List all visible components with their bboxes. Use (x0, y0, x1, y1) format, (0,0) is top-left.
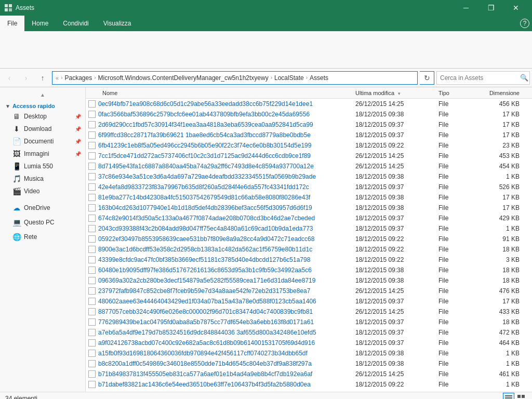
file-icon (88, 193, 96, 202)
table-row[interactable]: 7762989439be1ac04795fd0aba8a5b7875cc77df… (86, 317, 532, 327)
search-icon: 🔍 (520, 74, 528, 82)
path-localstate[interactable]: LocalState (274, 74, 304, 82)
pin-icon-download: 📌 (75, 126, 81, 132)
table-row[interactable]: 42e4efa8d9833723f83a79967b635d8f260a5d28… (86, 182, 532, 192)
table-row[interactable]: 6fb41239c1eb8f5a05ed496cc2945b6b05e90f22… (86, 140, 532, 151)
col-header-size[interactable]: Dimensione (478, 90, 530, 96)
forward-button[interactable]: › (19, 71, 33, 85)
file-modified: 26/12/2015 14:25 (353, 287, 436, 295)
sidebar-item-desktop[interactable]: 🖥 Desktop 📌 (0, 110, 85, 123)
sidebar-item-musica[interactable]: 🎵 Musica (0, 172, 85, 185)
table-row[interactable]: 05922ef30497b8553958639caee531bb7f809e8a… (86, 234, 532, 244)
table-row[interactable]: 2d69d290cc1fbd57c30914f34f1eea3aa4818a3e… (86, 119, 532, 130)
path-assets[interactable]: Assets (310, 74, 328, 82)
maximize-button[interactable]: ❐ (479, 0, 503, 16)
file-size: 18 KB (478, 277, 530, 284)
sidebar-item-lumia[interactable]: 📱 Lumia 550 (0, 160, 85, 172)
back-button[interactable]: ‹ (2, 71, 17, 85)
file-icon (88, 183, 96, 191)
sidebar-item-documenti[interactable]: 📄 Documenti 📌 (0, 135, 85, 148)
svg-rect-9 (522, 395, 525, 398)
sidebar-video-label: Video (24, 188, 39, 195)
table-row[interactable]: 8877057cebb324c490f6e026e8c000002f96d701… (86, 307, 532, 317)
table-row[interactable]: 8d71495e43fa1c6887a8840aa45ba74a29a2ff6c… (86, 161, 532, 171)
status-count: 34 elementi (5, 395, 37, 400)
table-row[interactable]: b71dabef83821ac1436c6e54eed36510be63ff7e… (86, 379, 532, 390)
tab-condividi[interactable]: Condividi (56, 16, 96, 31)
details-view-button[interactable] (503, 393, 514, 400)
music-icon: 🎵 (12, 175, 21, 183)
path-packages[interactable]: Packages (64, 74, 92, 82)
table-row[interactable]: 0ec9f4bfb71ea908c68d6c05d1c29abe56a33eed… (86, 99, 532, 109)
large-icons-view-button[interactable] (515, 393, 527, 400)
table-row[interactable]: 0fac3566baf536896c2579bcfc6ee01ab4437809… (86, 109, 532, 119)
file-type: File (436, 329, 478, 336)
sidebar-item-video[interactable]: 🎬 Video (0, 185, 85, 197)
file-list-container: Nome Ultima modifica ▼ Tipo Dimensione 0… (86, 87, 532, 392)
file-icon (88, 318, 96, 326)
sidebar-item-onedrive[interactable]: ☁ OneDrive (0, 202, 85, 214)
col-header-name[interactable]: Nome (98, 90, 353, 96)
file-icon (88, 328, 96, 337)
sidebar-item-immagini[interactable]: 🖼 Immagini 📌 (0, 148, 85, 160)
images-icon: 🖼 (12, 150, 21, 158)
ribbon-help-button[interactable]: ? (517, 16, 532, 31)
table-row[interactable]: a15fb0f93d169818064360036fdb970894e42f45… (86, 348, 532, 358)
table-row[interactable]: 60480e1b9095dff97fe386d517672616136c8653… (86, 265, 532, 275)
path-collapse-icon[interactable]: « (56, 75, 59, 81)
search-input[interactable] (440, 74, 518, 82)
file-modified: 18/12/2015 09:22 (353, 246, 436, 253)
table-row[interactable]: 674c82e9014f3d50a5c133a0a4677f0874adae20… (86, 213, 532, 223)
file-icon (88, 256, 96, 264)
file-name: a9f024126738acbd07c400c92e682a5ac8c61d8b… (98, 339, 353, 347)
table-row[interactable]: 2043cd939388f43c2b084add98d047ff75ec4a84… (86, 223, 532, 234)
sidebar-item-download[interactable]: ⬇ Download 📌 (0, 123, 85, 135)
file-name: 237972fafb9847c852cbe8f7fceb9b59e7d34a8a… (98, 287, 353, 295)
file-icon (88, 110, 96, 118)
col-header-modified[interactable]: Ultima modifica ▼ (353, 90, 436, 96)
file-modified: 18/12/2015 09:37 (353, 131, 436, 139)
col-header-type[interactable]: Tipo (436, 90, 478, 96)
table-row[interactable]: b71b849837813f455505eb831ca577a6aef01e1b… (86, 369, 532, 379)
table-row[interactable]: b8c8200a1dff0c549869c346018e8550dde71b4d… (86, 358, 532, 369)
file-size: 461 KB (478, 370, 530, 378)
refresh-button[interactable]: ↻ (420, 71, 434, 85)
table-row[interactable]: 8900e3ac1d6bcdff53e358c2d2958cb1383a1c48… (86, 244, 532, 255)
table-row[interactable]: 81e9ba277c14bd42308a4fc515037542679549d8… (86, 192, 532, 203)
table-row[interactable]: a7eb6a5a4df9e179d7b85324516d9dc848844036… (86, 327, 532, 338)
file-name: b71dabef83821ac1436c6e54eed36510be63ff7e… (98, 381, 353, 388)
table-row[interactable]: 43399e8cfdc9ac47fc0bf385b3669ecf51181c37… (86, 255, 532, 265)
search-box[interactable]: 🔍 (436, 71, 530, 85)
table-row[interactable]: 7cc1f5dce471dd272ac5737406cf10c2c3d1d712… (86, 151, 532, 161)
file-size: 18 KB (478, 246, 530, 253)
file-type: File (436, 204, 478, 211)
address-path[interactable]: « › Packages › Microsoft.Windows.Content… (52, 71, 418, 85)
file-name: 8877057cebb324c490f6e026e8c000002f96d701… (98, 308, 353, 315)
close-button[interactable]: ✕ (504, 0, 528, 16)
svg-rect-3 (9, 8, 12, 11)
path-delivery-manager[interactable]: Microsoft.Windows.ContentDeliveryManager… (98, 74, 269, 82)
up-button[interactable]: ↑ (35, 71, 50, 85)
table-row[interactable]: 37c86e934e3a51ce3d6a4da697a729ae4deafbdd… (86, 171, 532, 182)
table-row[interactable]: 096369a302a2cb280be3decf154879a5e5282f55… (86, 275, 532, 286)
file-icon (88, 152, 96, 160)
file-size: 17 KB (478, 131, 530, 139)
sidebar-item-network[interactable]: 🌐 Rete (0, 231, 85, 243)
table-row[interactable]: 6f99ffcd38cc28717fa39b69621 1bae8ed6cb54… (86, 130, 532, 140)
tab-file[interactable]: File (0, 16, 24, 31)
minimize-button[interactable]: ─ (454, 0, 478, 16)
file-name: 6f99ffcd38cc28717fa39b69621 1bae8ed6cb54… (98, 131, 353, 139)
table-row[interactable]: 163b04cd263d1077940e14b1d18d5def4db28396… (86, 203, 532, 213)
file-type: File (436, 183, 478, 191)
svg-rect-8 (517, 395, 521, 398)
table-row[interactable]: 237972fafb9847c852cbe8f7fceb9b59e7d34a8a… (86, 286, 532, 296)
tab-home[interactable]: Home (24, 16, 56, 31)
tab-visualizza[interactable]: Visualizza (96, 16, 139, 31)
phone-icon: 📱 (12, 162, 21, 170)
file-name: b8c8200a1dff0c549869c346018e8550dde71b4d… (98, 360, 353, 367)
table-row[interactable]: a9f024126738acbd07c400c92e682a5ac8c61d8b… (86, 338, 532, 348)
file-list: 0ec9f4bfb71ea908c68d6c05d1c29abe56a33eed… (86, 99, 532, 392)
sidebar-item-thispc[interactable]: 💻 Questo PC (0, 216, 85, 229)
table-row[interactable]: 480602aaee63e44464043429ed1f034a07ba15a4… (86, 296, 532, 307)
sidebar-musica-label: Musica (24, 175, 44, 182)
